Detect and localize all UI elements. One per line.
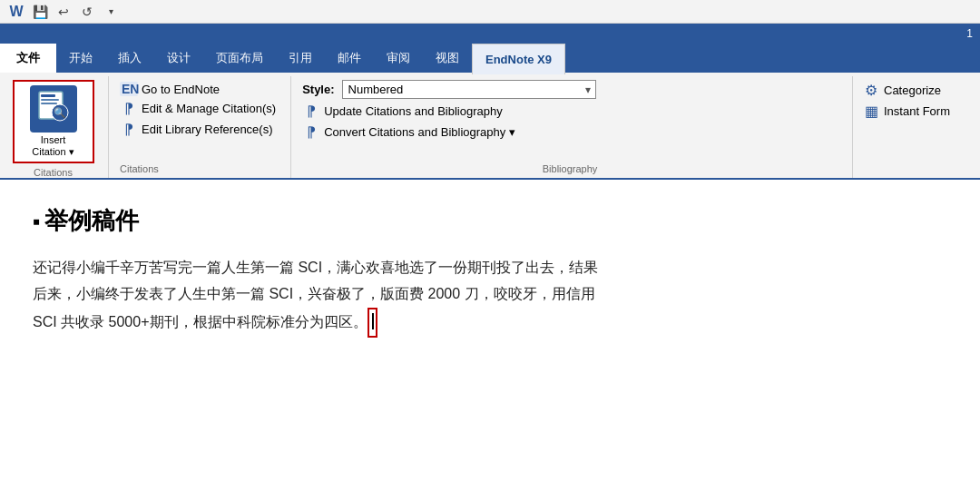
- text-cursor-box: [368, 308, 377, 338]
- citations-section-label: Citations: [34, 167, 73, 178]
- edit-manage-citations-label: Edit & Manage Citation(s): [142, 102, 276, 115]
- insert-citation-icon: 🔍: [30, 85, 77, 133]
- tab-home[interactable]: 开始: [56, 44, 105, 73]
- insert-citation-label: Insert Citation ▾: [32, 134, 74, 158]
- ribbon: 🔍 Insert Citation ▾ Citations EN Go to E…: [0, 73, 980, 180]
- instant-form-label: Instant Form: [884, 104, 950, 118]
- style-select[interactable]: Numbered Author-Year APA: [342, 80, 596, 99]
- instant-form-icon: ▦: [862, 103, 880, 120]
- style-select-wrapper: Numbered Author-Year APA: [342, 80, 596, 99]
- convert-citations-label: Convert Citations and Bibliography ▾: [324, 125, 515, 139]
- edit-library-icon: ⁋: [120, 121, 138, 138]
- tab-row: 文件 开始 插入 设计 页面布局 引用 邮件 审阅 视图 EndNote X9: [0, 44, 980, 73]
- tab-insert[interactable]: 插入: [105, 44, 154, 73]
- convert-citations-button[interactable]: ⁋ Convert Citations and Bibliography ▾: [302, 122, 838, 142]
- convert-citations-icon: ⁋: [302, 123, 320, 141]
- redo-button[interactable]: ↺: [76, 2, 98, 22]
- update-citations-icon: ⁋: [302, 103, 320, 120]
- style-label: Style:: [302, 83, 334, 96]
- tab-references[interactable]: 引用: [276, 44, 325, 73]
- tab-endnote[interactable]: EndNote X9: [472, 44, 565, 74]
- paragraph-3: SCI 共收录 5000+期刊，根据中科院标准分为四区。: [33, 308, 947, 338]
- instant-form-button[interactable]: ▦ Instant Form: [862, 101, 969, 122]
- categorize-label: Categorize: [884, 83, 941, 97]
- edit-library-ref-label: Edit Library Reference(s): [142, 123, 273, 136]
- insert-citation-button[interactable]: 🔍 Insert Citation ▾: [13, 80, 94, 163]
- svg-rect-3: [41, 103, 57, 104]
- document-title-text: 举例稿件: [44, 205, 139, 237]
- go-to-endnote-label: Go to EndNote: [142, 83, 220, 96]
- edit-citations-icon: ⁋: [120, 100, 138, 117]
- undo-button[interactable]: ↩: [53, 2, 74, 22]
- edit-library-ref-button[interactable]: ⁋ Edit Library Reference(s): [120, 119, 276, 140]
- section-insert: 🔍 Insert Citation ▾ Citations: [0, 76, 109, 178]
- en-icon: EN: [120, 82, 138, 96]
- bibliography-bottom-label: Bibliography: [302, 163, 838, 178]
- citation-svg-icon: 🔍: [35, 88, 72, 124]
- svg-rect-2: [41, 99, 59, 101]
- word-icon: W: [5, 2, 27, 22]
- section-citations: EN Go to EndNote ⁋ Edit & Manage Citatio…: [109, 76, 291, 178]
- style-row: Style: Numbered Author-Year APA: [302, 80, 838, 99]
- tab-view[interactable]: 视图: [423, 44, 472, 73]
- document-body: 举例稿件 还记得小编千辛万苦写完一篇人生第一篇 SCI，满心欢喜地选了一份期刊投…: [0, 180, 980, 337]
- paragraph-2: 后来，小编终于发表了人生中第一篇 SCI，兴奋极了，版面费 2000 刀，咬咬牙…: [33, 281, 947, 308]
- svg-text:🔍: 🔍: [54, 106, 66, 119]
- document-title: 举例稿件: [33, 205, 947, 237]
- text-cursor: [372, 313, 374, 329]
- title-number: 1: [966, 27, 973, 40]
- svg-rect-1: [41, 94, 55, 97]
- tab-layout[interactable]: 页面布局: [203, 44, 276, 73]
- more-button[interactable]: ▾: [100, 2, 122, 22]
- categorize-button[interactable]: ⚙ Categorize: [862, 80, 969, 101]
- paragraph-3-text: SCI 共收录 5000+期刊，根据中科院标准分为四区。: [33, 314, 377, 329]
- update-citations-label: Update Citations and Bibliography: [324, 104, 503, 118]
- tab-mailings[interactable]: 邮件: [325, 44, 374, 73]
- paragraph-1-text: 还记得小编千辛万苦写完一篇人生第一篇 SCI，满心欢喜地选了一份期刊投了出去，结…: [33, 260, 598, 275]
- edit-manage-citations-button[interactable]: ⁋ Edit & Manage Citation(s): [120, 98, 276, 119]
- paragraph-1: 还记得小编千辛万苦写完一篇人生第一篇 SCI，满心欢喜地选了一份期刊投了出去，结…: [33, 255, 947, 281]
- tab-review[interactable]: 审阅: [374, 44, 423, 73]
- quick-access-toolbar: W 💾 ↩ ↺ ▾: [0, 0, 980, 24]
- citations-bottom-label: Citations: [120, 163, 276, 178]
- categorize-icon: ⚙: [862, 82, 880, 99]
- tab-file[interactable]: 文件: [0, 44, 56, 73]
- go-to-endnote-button[interactable]: EN Go to EndNote: [120, 80, 276, 98]
- section-bibliography: Style: Numbered Author-Year APA ⁋ Update…: [291, 76, 853, 178]
- save-button[interactable]: 💾: [29, 2, 51, 22]
- update-citations-button[interactable]: ⁋ Update Citations and Bibliography: [302, 101, 838, 122]
- title-bar: 1: [0, 24, 980, 44]
- section-extra: ⚙ Categorize ▦ Instant Form: [853, 76, 980, 178]
- paragraph-2-text: 后来，小编终于发表了人生中第一篇 SCI，兴奋极了，版面费 2000 刀，咬咬牙…: [33, 286, 595, 301]
- tab-design[interactable]: 设计: [154, 44, 203, 73]
